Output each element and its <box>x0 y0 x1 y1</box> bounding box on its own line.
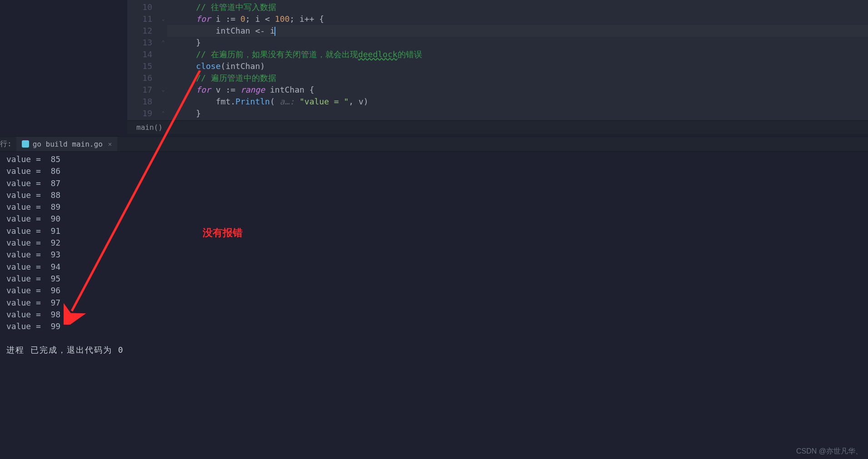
output-line: value = 90 <box>6 213 868 225</box>
fold-marker <box>159 60 167 72</box>
breadcrumb[interactable]: main() <box>127 120 868 134</box>
line-number: 14 <box>127 49 159 60</box>
output-line: value = 97 <box>6 297 868 309</box>
fold-marker <box>159 1 167 13</box>
line-number: 11 <box>127 13 159 25</box>
code-content[interactable]: // 往管道中写入数据 for i := 0; i < 100; i++ { i… <box>167 0 868 120</box>
line-number: 13 <box>127 37 159 49</box>
output-line: value = 99 <box>6 321 868 332</box>
code-line[interactable]: // 遍历管道中的数据 <box>167 72 868 84</box>
fold-marker <box>159 25 167 37</box>
run-output[interactable]: value = 85value = 86value = 87value = 88… <box>0 152 868 459</box>
output-line: value = 95 <box>6 273 868 285</box>
line-number: 10 <box>127 1 159 13</box>
fold-marker[interactable]: ⌄ <box>159 13 167 25</box>
fold-marker <box>159 96 167 108</box>
close-icon[interactable]: ✕ <box>108 140 112 148</box>
code-line[interactable]: // 在遍历前，如果没有关闭管道，就会出现deedlock的错误 <box>167 49 868 60</box>
run-tab-label: go build main.go <box>33 140 103 148</box>
output-line: value = 86 <box>6 165 868 177</box>
code-line[interactable]: intChan <- i <box>167 25 868 37</box>
fold-marker <box>159 49 167 60</box>
code-line[interactable]: } <box>167 37 868 49</box>
output-line: value = 93 <box>6 249 868 261</box>
run-label: 行: <box>0 139 16 149</box>
code-editor[interactable]: 10111213141516171819 ⌄⌃⌄⌃ // 往管道中写入数据 fo… <box>127 0 868 120</box>
output-line: value = 98 <box>6 309 868 321</box>
output-line: value = 87 <box>6 178 868 189</box>
process-exit-message: 进程 已完成，退出代码为 0 <box>6 344 868 356</box>
fold-marker[interactable]: ⌃ <box>159 108 167 119</box>
line-number-gutter: 10111213141516171819 <box>127 0 159 120</box>
fold-marker[interactable]: ⌃ <box>159 37 167 49</box>
code-line[interactable]: for v := range intChan { <box>167 84 868 96</box>
code-line[interactable]: } <box>167 108 868 119</box>
output-line: value = 94 <box>6 261 868 273</box>
code-line[interactable]: close(intChan) <box>167 60 868 72</box>
code-line[interactable]: for i := 0; i < 100; i++ { <box>167 13 868 25</box>
go-file-icon <box>22 140 29 148</box>
output-line: value = 91 <box>6 225 868 237</box>
watermark: CSDN @亦世凡华、 <box>796 447 863 456</box>
fold-marker <box>159 72 167 84</box>
run-tool-window-header: 行: go build main.go ✕ <box>0 136 868 152</box>
output-line: value = 92 <box>6 237 868 249</box>
line-number: 12 <box>127 25 159 37</box>
line-number: 16 <box>127 72 159 84</box>
line-number: 17 <box>127 84 159 96</box>
output-line: value = 89 <box>6 201 868 213</box>
fold-marker[interactable]: ⌄ <box>159 84 167 96</box>
line-number: 19 <box>127 108 159 119</box>
code-line[interactable]: // 往管道中写入数据 <box>167 1 868 13</box>
code-line[interactable]: fmt.Println( a…: "value = ", v) <box>167 96 868 108</box>
output-line: value = 85 <box>6 153 868 165</box>
output-line: value = 88 <box>6 189 868 201</box>
annotation-text: 没有报错 <box>203 226 243 240</box>
fold-gutter: ⌄⌃⌄⌃ <box>159 0 167 120</box>
line-number: 18 <box>127 96 159 108</box>
run-tab[interactable]: go build main.go ✕ <box>16 137 118 151</box>
line-number: 15 <box>127 60 159 72</box>
output-line: value = 96 <box>6 285 868 296</box>
